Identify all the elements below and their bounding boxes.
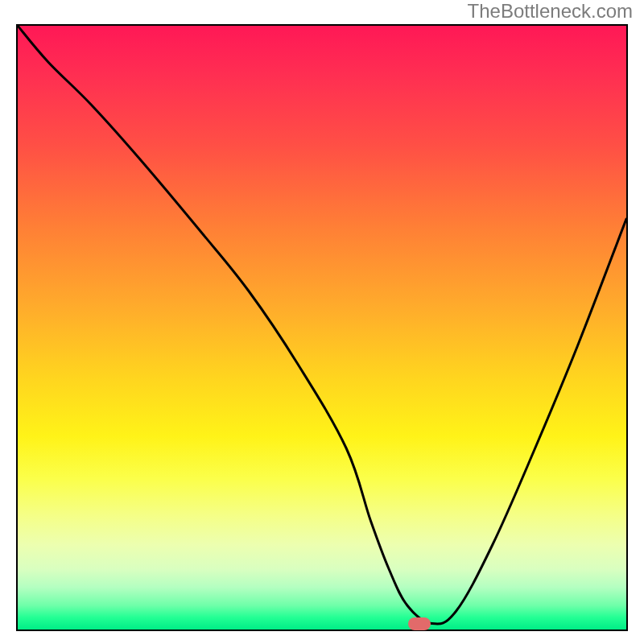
plot-area — [16, 24, 628, 631]
watermark-text: TheBottleneck.com — [468, 0, 633, 23]
optimal-point-marker — [408, 617, 431, 630]
chart-container: TheBottleneck.com — [0, 0, 644, 644]
bottleneck-curve — [18, 26, 626, 630]
